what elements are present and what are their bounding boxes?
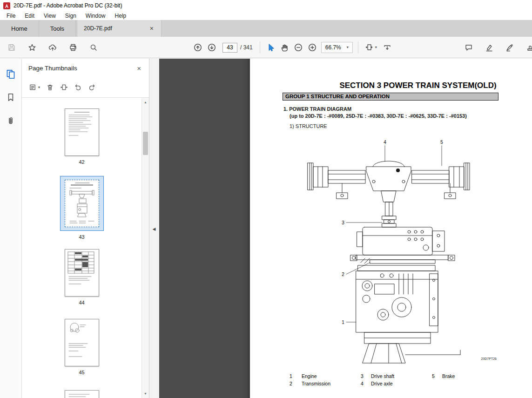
thumbnail-preview[interactable] [65, 319, 99, 366]
tab-tools[interactable]: Tools [39, 20, 76, 37]
thumbnail-preview[interactable] [65, 390, 99, 398]
menu-help[interactable]: Help [110, 12, 131, 20]
scroll-up-icon[interactable]: ▲ [142, 99, 149, 106]
callout-5: 5 [440, 140, 443, 145]
options-list-icon [29, 83, 37, 91]
scroll-down-icon[interactable]: ▼ [142, 391, 149, 397]
panel-toolbar: ▾ [22, 77, 149, 98]
previous-page-button[interactable] [191, 40, 205, 54]
rotate-counterclockwise-button[interactable] [73, 81, 83, 94]
panel-close-icon[interactable]: × [134, 63, 144, 73]
figure-code: 20D7PT26 [450, 357, 497, 360]
next-page-button[interactable] [205, 40, 219, 54]
rotate-clockwise-button[interactable] [87, 81, 97, 94]
stamp-icon [526, 43, 532, 52]
legend-num: 4 [361, 381, 364, 386]
sign-button[interactable] [503, 40, 517, 54]
thumbnail-page-number[interactable]: 42 [79, 159, 84, 165]
zoom-level-value: 66.7% [325, 44, 341, 51]
acrobat-logo-icon [3, 2, 10, 9]
page-thumbnails-icon [6, 69, 16, 79]
page-total-label: / 341 [240, 44, 253, 51]
tab-document-label: 20D-7E.pdf [84, 25, 112, 32]
page-thumbnails-panel: Page Thumbnails × ▾ [22, 59, 149, 398]
thumbnail-page-44: 44 [65, 249, 99, 305]
document-area[interactable]: SECTION 3 POWER TRAIN SYSTEM(OLD) GROUP … [159, 59, 532, 398]
tab-bar: Home Tools 20D-7E.pdf × [0, 20, 532, 37]
print-button[interactable] [66, 40, 80, 54]
menu-edit[interactable]: Edit [20, 12, 39, 20]
main-area: Page Thumbnails × ▾ [0, 59, 532, 398]
zoom-in-button[interactable] [305, 40, 319, 54]
highlight-button[interactable] [482, 40, 496, 54]
thumbnail-page-number[interactable]: 44 [79, 300, 84, 305]
legend-label: Transmission [302, 381, 330, 386]
tab-home[interactable]: Home [0, 20, 39, 37]
thumbnail-page-number[interactable]: 43 [79, 234, 84, 240]
stamp-button[interactable] [523, 40, 532, 54]
scrollbar-thumb[interactable] [143, 132, 148, 155]
thumbnail-preview[interactable] [65, 180, 99, 227]
group-title-bar: GROUP 1 STRUCTURE AND OPERATION [283, 93, 498, 101]
collapse-panel-button[interactable]: ◀ [150, 224, 158, 234]
minus-circle-icon [294, 43, 303, 52]
tab-close-icon[interactable]: × [149, 25, 155, 32]
attachments-tab-button[interactable] [4, 114, 18, 128]
delete-page-button[interactable] [45, 81, 55, 94]
tab-document[interactable]: 20D-7E.pdf × [77, 20, 162, 37]
zoom-out-button[interactable] [291, 40, 305, 54]
toolbar-separator [358, 41, 358, 54]
favorite-button[interactable] [25, 40, 39, 54]
menu-file[interactable]: File [2, 12, 20, 20]
comment-button[interactable] [462, 40, 476, 54]
thumbnail-preview[interactable] [65, 249, 99, 297]
heading-structure: 1) STRUCTURE [290, 123, 327, 129]
resize-pages-button[interactable] [59, 81, 69, 94]
highlighter-icon [485, 43, 493, 52]
thumbnail-page-43-selected: 43 [60, 176, 104, 240]
search-button[interactable] [87, 40, 101, 54]
toolbar-separator [260, 41, 260, 54]
legend-label: Drive axle [371, 381, 393, 386]
legend-label: Brake [442, 373, 455, 379]
printer-icon [69, 43, 77, 52]
search-icon [89, 43, 98, 52]
power-train-figure: 4 5 3 2 1 [287, 136, 506, 371]
page-display-dropdown[interactable]: ▾ [362, 40, 380, 54]
thumbnail-scrollbar[interactable]: ▲ ▼ [141, 98, 149, 398]
legend-num: 5 [432, 373, 435, 379]
heading-serial-range: (up to 20D-7E : -#0089, 25D-7E : -#0383,… [290, 113, 467, 119]
menu-window[interactable]: Window [81, 12, 110, 20]
callout-2: 2 [342, 272, 344, 277]
reading-mode-button[interactable] [380, 40, 394, 54]
thumbnail-page-45-preview-icon [65, 319, 99, 366]
thumbnail-list: 42 [22, 98, 141, 398]
callout-3: 3 [342, 220, 344, 225]
zoom-level-dropdown[interactable]: 66.7% ▾ [321, 42, 353, 53]
thumbnail-page-number[interactable]: 45 [79, 370, 84, 375]
paperclip-icon [6, 116, 15, 125]
power-train-diagram-icon: 4 5 3 2 1 [287, 136, 506, 369]
reading-mode-icon [383, 43, 391, 52]
menu-view[interactable]: View [39, 12, 61, 20]
share-cloud-button[interactable] [46, 40, 60, 54]
panel-splitter[interactable]: ◀ [149, 59, 159, 398]
fountain-pen-icon [505, 43, 514, 52]
bookmarks-tab-button[interactable] [4, 90, 18, 104]
bookmark-icon [6, 93, 15, 102]
page-thumbnails-tab-button[interactable] [4, 67, 18, 81]
legend-num: 3 [361, 373, 364, 379]
heading-power-train-diagram: 1. POWER TRAIN DIAGRAM [283, 106, 351, 112]
thumbnail-options-dropdown[interactable]: ▾ [27, 81, 41, 94]
save-button[interactable] [5, 40, 19, 54]
menu-sign[interactable]: Sign [61, 12, 81, 20]
thumbnail-page-46-preview-icon [65, 391, 99, 398]
pointer-icon [266, 43, 275, 52]
comment-bubble-icon [465, 43, 473, 52]
page-number-input[interactable] [222, 43, 237, 53]
menu-bar: File Edit View Sign Window Help [0, 11, 532, 20]
hand-tool-button[interactable] [277, 40, 291, 54]
legend-label: Drive shaft [371, 373, 394, 379]
thumbnail-preview[interactable] [65, 108, 99, 156]
select-tool-button[interactable] [263, 40, 277, 54]
